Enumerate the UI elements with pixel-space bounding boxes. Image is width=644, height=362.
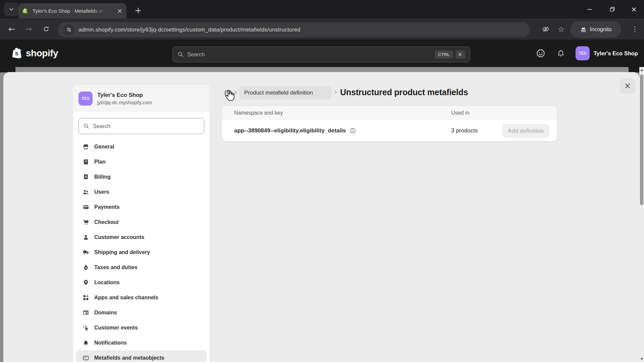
sidebar-store-avatar: TES bbox=[78, 92, 93, 106]
site-settings-button[interactable] bbox=[63, 24, 74, 36]
add-definition-button[interactable]: Add definition bbox=[502, 124, 549, 138]
store-menu[interactable]: TES Tyler's Eco Shop bbox=[576, 46, 638, 61]
new-tab-button[interactable]: + bbox=[132, 5, 144, 16]
sidebar-item-label: Checkout bbox=[94, 219, 119, 225]
taxes-icon: % bbox=[83, 264, 89, 271]
tab-close-icon[interactable]: × bbox=[117, 8, 122, 14]
shopify-wordmark: shopify bbox=[26, 48, 58, 59]
back-button[interactable]: ← bbox=[3, 18, 20, 40]
minimize-icon bbox=[587, 6, 593, 12]
metaobjects-icon[interactable] bbox=[224, 89, 232, 97]
shipping-icon bbox=[83, 249, 89, 256]
browser-menu-button[interactable]: ⋮ bbox=[627, 18, 643, 40]
breadcrumb-separator: › bbox=[234, 88, 237, 96]
sidebar-item-label: Shipping and delivery bbox=[94, 249, 150, 255]
notifications-icon bbox=[83, 340, 89, 346]
sidebar-item-label: Locations bbox=[94, 280, 120, 286]
scrollbar-up-arrow[interactable] bbox=[639, 68, 644, 72]
users-icon bbox=[83, 189, 89, 195]
scrollbar-down-arrow[interactable] bbox=[639, 357, 644, 361]
sidebar-item-label: Customer events bbox=[94, 325, 138, 331]
sidebar-item-customer-accounts[interactable]: Customer accounts bbox=[73, 230, 210, 245]
sidebar-search-placeholder: Search bbox=[93, 123, 110, 129]
restore-icon bbox=[609, 6, 615, 12]
sidebar-item-locations[interactable]: Locations bbox=[73, 275, 210, 290]
column-header-used-in: Used in bbox=[451, 106, 469, 120]
sidebar-item-label: Customer accounts bbox=[94, 234, 144, 240]
sidebar-search-input[interactable]: Search bbox=[78, 118, 204, 134]
bookmark-star-button[interactable]: ☆ bbox=[553, 18, 570, 40]
sidebar-item-shipping[interactable]: Shipping and delivery bbox=[73, 245, 210, 260]
sidekick-button[interactable] bbox=[532, 40, 549, 67]
url-text: admin.shopify.com/store/jy63jq-dc/settin… bbox=[78, 26, 301, 33]
sidekick-icon bbox=[536, 49, 545, 58]
reload-button[interactable] bbox=[38, 18, 54, 40]
admin-search-bar[interactable]: Search CTRL K bbox=[172, 47, 470, 62]
sidebar-item-apps[interactable]: Apps and sales channels bbox=[73, 290, 210, 305]
domains-icon bbox=[83, 309, 89, 316]
sidebar-store-domain: jy63jq-dc.myshopify.com bbox=[97, 100, 152, 105]
store-name: Tyler's Eco Shop bbox=[594, 50, 638, 57]
sidebar-menu: General Plan $ Billing Users Payments Ch… bbox=[73, 139, 210, 362]
sidebar-item-domains[interactable]: Domains bbox=[73, 305, 210, 320]
sidebar-item-taxes[interactable]: % Taxes and duties bbox=[73, 260, 210, 275]
svg-text:$: $ bbox=[85, 175, 87, 178]
breadcrumb-parent-link[interactable]: Product metafield definition bbox=[239, 86, 331, 100]
shopify-logo[interactable]: S shopify bbox=[12, 46, 58, 60]
url-bar[interactable]: admin.shopify.com/store/jy63jq-dc/settin… bbox=[58, 22, 530, 37]
plan-icon bbox=[83, 159, 89, 165]
sidebar-store-header[interactable]: TES Tyler's Eco Shop jy63jq-dc.myshopify… bbox=[73, 85, 210, 112]
search-icon bbox=[83, 123, 89, 129]
backdrop-corner bbox=[0, 67, 15, 72]
keycap-ctrl: CTRL bbox=[435, 50, 453, 59]
breadcrumb-parent-label: Product metafield definition bbox=[244, 89, 313, 96]
modal-close-button[interactable]: × bbox=[620, 78, 635, 94]
incognito-icon bbox=[580, 26, 587, 33]
sidebar-item-notifications[interactable]: Notifications bbox=[73, 335, 210, 350]
browser-tab[interactable]: Tyler's Eco Shop · Metafields an × bbox=[18, 3, 126, 18]
admin-search-placeholder: Search bbox=[187, 51, 205, 58]
notifications-button[interactable] bbox=[552, 40, 570, 67]
namespace-key-value: app--3890849--eligibility.eligibility_de… bbox=[234, 127, 346, 134]
forward-button[interactable]: → bbox=[20, 18, 37, 40]
sidebar-item-users[interactable]: Users bbox=[73, 184, 210, 199]
sidebar-item-billing[interactable]: $ Billing bbox=[73, 169, 210, 184]
shopify-bag-icon: S bbox=[12, 47, 23, 60]
sidebar-store-name: Tyler's Eco Shop bbox=[97, 92, 152, 99]
eye-off-icon bbox=[542, 25, 550, 33]
privacy-eye-button[interactable] bbox=[537, 18, 554, 40]
sidebar-item-checkout[interactable]: Checkout bbox=[73, 215, 210, 230]
sidebar-item-label: Payments bbox=[94, 204, 120, 210]
payments-icon bbox=[83, 204, 89, 210]
sidebar-item-label: Taxes and duties bbox=[94, 264, 138, 270]
sidebar-item-customer-events[interactable]: Customer events bbox=[73, 320, 210, 335]
sidebar-item-label: Billing bbox=[94, 174, 111, 180]
billing-icon: $ bbox=[83, 174, 89, 180]
sidebar-item-label: Notifications bbox=[94, 340, 127, 346]
window-restore-button[interactable] bbox=[602, 0, 622, 18]
window-minimize-button[interactable] bbox=[580, 0, 600, 18]
info-icon[interactable] bbox=[350, 127, 356, 134]
tune-icon bbox=[66, 27, 72, 33]
tab-search-button[interactable] bbox=[4, 3, 19, 16]
sidebar-item-label: Domains bbox=[94, 310, 117, 316]
store-avatar: TES bbox=[576, 46, 590, 60]
locations-icon bbox=[83, 279, 89, 286]
customer-accounts-icon bbox=[83, 234, 89, 241]
scrollbar-thumb[interactable] bbox=[640, 74, 643, 205]
table-header: Namespace and key Used in bbox=[222, 106, 557, 120]
reload-icon bbox=[43, 25, 50, 33]
sidebar-item-metafields[interactable]: Metafields and metaobjects bbox=[76, 350, 207, 362]
sidebar-item-label: Apps and sales channels bbox=[94, 295, 158, 301]
window-close-button[interactable]: × bbox=[624, 0, 644, 18]
table-row[interactable]: app--3890849--eligibility.eligibility_de… bbox=[222, 120, 557, 141]
customer-events-icon bbox=[83, 324, 89, 331]
apps-icon bbox=[83, 294, 89, 301]
sidebar-item-payments[interactable]: Payments bbox=[73, 199, 210, 215]
used-in-value: 3 products bbox=[451, 120, 478, 141]
sidebar-item-general[interactable]: General bbox=[73, 139, 210, 154]
metafields-icon bbox=[83, 355, 89, 361]
settings-sidebar: TES Tyler's Eco Shop jy63jq-dc.myshopify… bbox=[73, 85, 210, 362]
sidebar-item-label: General bbox=[94, 144, 114, 150]
sidebar-item-plan[interactable]: Plan bbox=[73, 154, 210, 169]
